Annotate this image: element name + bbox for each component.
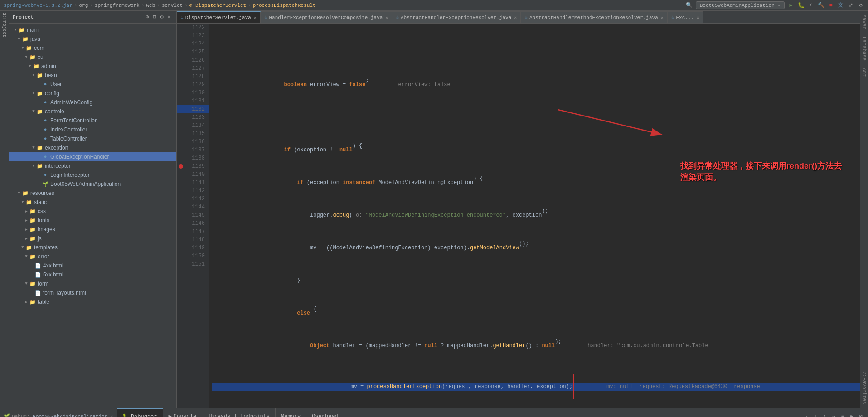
threads-label: Threads | Endpoints bbox=[208, 413, 270, 417]
tree-item-fonts[interactable]: ▶ 📁 fonts bbox=[9, 216, 176, 225]
tree-item-user[interactable]: ● User bbox=[9, 80, 176, 89]
tree-item-indexcontroller[interactable]: ● IndexController bbox=[9, 125, 176, 134]
favorites-panel[interactable]: 2:Favorites bbox=[860, 368, 868, 408]
close-tab-icon[interactable]: ✕ bbox=[661, 15, 664, 20]
fullscreen-icon[interactable]: ⤢ bbox=[847, 2, 854, 9]
breadcrumb-web[interactable]: web bbox=[146, 3, 155, 8]
debug-tabs: 🌱 Debug: Boot05WebAdminApplication ✕ 🐛 D… bbox=[0, 408, 344, 417]
tree-item-main[interactable]: ▼ 📁 main bbox=[9, 25, 176, 34]
database-panel[interactable]: Database bbox=[860, 33, 868, 64]
variables-icon[interactable]: ⊠ bbox=[857, 413, 864, 417]
breadcrumb-class[interactable]: ⊙ DispatcherServlet bbox=[189, 2, 246, 8]
tree-item-5xx[interactable]: 📄 5xx.html bbox=[9, 270, 176, 279]
breadcrumb-jar[interactable]: spring-webmvc-5.3.2.jar bbox=[4, 3, 73, 8]
tab-debugger[interactable]: 🐛 Debugger bbox=[117, 408, 163, 417]
tree-item-resources[interactable]: ▼ 📁 resources bbox=[9, 189, 176, 198]
step-out-icon[interactable]: ↑ bbox=[821, 413, 828, 417]
run-config-selector[interactable]: Boot05WebAdminApplication ▾ bbox=[696, 1, 785, 9]
tab-abstracthandlermethodexceptionresolver[interactable]: ☕ AbstractHandlerMethodExceptionResolver… bbox=[521, 11, 668, 23]
tab-label: DispatcherServlet.java bbox=[185, 15, 251, 20]
breadcrumb-springframework[interactable]: springframework bbox=[95, 3, 140, 8]
close-tab-icon[interactable]: ✕ bbox=[254, 15, 257, 20]
code-line-1130: else { bbox=[212, 309, 860, 317]
project-icon[interactable]: 1:Project bbox=[0, 11, 9, 39]
java-tab-icon: ☕ bbox=[180, 15, 184, 21]
run-to-cursor-icon[interactable]: ⇒ bbox=[830, 413, 837, 417]
close-tree-icon[interactable]: ✕ bbox=[165, 14, 173, 21]
tree-item-exception[interactable]: ▼ 📁 exception bbox=[9, 143, 176, 152]
settings-tree-icon[interactable]: ⚙ bbox=[158, 14, 165, 21]
java-class-icon: ● bbox=[42, 126, 49, 133]
tab-label: AbstractHandlerExceptionResolver.java bbox=[401, 15, 511, 20]
project-tree: ▼ 📁 main ▼ 📁 java ▼ 📁 com ▼ 📁 xu bbox=[9, 24, 176, 408]
tab-threads[interactable]: Threads | Endpoints bbox=[202, 408, 276, 417]
folder-icon: 📁 bbox=[29, 298, 36, 305]
tree-item-table[interactable]: ▶ 📁 table bbox=[9, 297, 176, 306]
tree-item-interceptor[interactable]: ▼ 📁 interceptor bbox=[9, 161, 176, 170]
close-tab-icon[interactable]: ✕ bbox=[514, 15, 517, 20]
settings-icon[interactable]: ⚙ bbox=[857, 2, 864, 9]
step-over-icon[interactable]: ↙ bbox=[803, 413, 810, 417]
tree-item-bootapp[interactable]: 🌱 Boot05WebAdminApplication bbox=[9, 179, 176, 189]
code-line-1127: logger.debug( o: "ModelAndViewDefiningEx… bbox=[212, 211, 860, 219]
tree-item-logininterceptor[interactable]: ● LoginInterceptor bbox=[9, 170, 176, 179]
tree-item-form-layouts[interactable]: 📄 form_layouts.html bbox=[9, 288, 176, 297]
frames-icon[interactable]: ⊞ bbox=[848, 413, 855, 417]
java-tab-icon: ☕ bbox=[671, 15, 674, 20]
tree-item-config[interactable]: ▼ 📁 config bbox=[9, 89, 176, 98]
tab-exc[interactable]: ☕ Exc... ✕ bbox=[668, 11, 703, 23]
code-line-1128: mv = ((ModelAndViewDefiningException) ex… bbox=[212, 244, 860, 252]
tree-item-com[interactable]: ▼ 📁 com bbox=[9, 44, 176, 53]
tree-item-controle[interactable]: ▼ 📁 controle bbox=[9, 107, 176, 116]
editor-tabs: ☕ DispatcherServlet.java ✕ ☕ HandlerExce… bbox=[177, 11, 860, 24]
translate-icon[interactable]: 文 bbox=[837, 2, 844, 9]
tree-item-java[interactable]: ▼ 📁 java bbox=[9, 34, 176, 44]
profile-icon[interactable]: ⚡ bbox=[807, 2, 815, 9]
tree-item-tablecontroller[interactable]: ● TableController bbox=[9, 134, 176, 143]
stop-icon[interactable]: ■ bbox=[827, 2, 834, 9]
tab-handlerexceptionresolvercomposite[interactable]: ☕ HandlerExceptionResolverComposite.java… bbox=[261, 11, 393, 23]
tree-item-static[interactable]: ▼ 📁 static bbox=[9, 198, 176, 207]
html-icon: 📄 bbox=[34, 262, 42, 269]
maven-panel[interactable]: Maven bbox=[860, 11, 868, 33]
breadcrumb-servlet[interactable]: servlet bbox=[162, 3, 183, 8]
tree-item-bean[interactable]: ▼ 📁 bean bbox=[9, 71, 176, 80]
close-debug-icon[interactable]: ✕ bbox=[111, 414, 113, 417]
close-tab-icon[interactable]: ✕ bbox=[697, 15, 699, 20]
overhead-label: Overhead bbox=[312, 413, 338, 417]
step-into-icon[interactable]: ↓ bbox=[812, 413, 819, 417]
tab-console[interactable]: ▶ Console bbox=[163, 408, 203, 417]
tree-item-globalexceptionhandler[interactable]: ● GlobalExceptionHandler bbox=[9, 152, 176, 161]
breadcrumb-method[interactable]: processDispatchResult bbox=[253, 3, 316, 8]
tree-item-formtestcontroller[interactable]: ● FormTestController bbox=[9, 116, 176, 125]
tree-item-xu[interactable]: ▼ 📁 xu bbox=[9, 53, 176, 62]
tree-item-error[interactable]: ▼ 📁 error bbox=[9, 252, 176, 261]
tree-item-templates[interactable]: ▼ 📁 templates bbox=[9, 243, 176, 252]
java-class-icon: ● bbox=[42, 81, 49, 88]
debug-icon[interactable]: 🐛 bbox=[797, 2, 805, 9]
folder-icon: 📁 bbox=[18, 26, 25, 34]
tree-item-form[interactable]: ▼ 📁 form bbox=[9, 279, 176, 288]
evaluate-icon[interactable]: ≡ bbox=[839, 413, 846, 417]
top-bar: spring-webmvc-5.3.2.jar › org › springfr… bbox=[0, 0, 868, 11]
ant-panel[interactable]: Ant bbox=[860, 64, 868, 81]
tab-memory[interactable]: Memory bbox=[276, 408, 306, 417]
tree-item-adminwebconfig[interactable]: ● AdminWebConfig bbox=[9, 98, 176, 107]
search-everywhere-icon[interactable]: 🔍 bbox=[686, 2, 693, 9]
add-icon[interactable]: ⊕ bbox=[144, 14, 151, 21]
tab-abstracthandlerexceptionresolver[interactable]: ☕ AbstractHandlerExceptionResolver.java … bbox=[392, 11, 521, 23]
collapse-all-icon[interactable]: ⊟ bbox=[151, 14, 158, 21]
tab-overhead[interactable]: Overhead bbox=[306, 408, 344, 417]
run-icon[interactable]: ▶ bbox=[787, 2, 795, 9]
tree-item-4xx[interactable]: 📄 4xx.html bbox=[9, 261, 176, 270]
tree-item-admin[interactable]: ▼ 📁 admin bbox=[9, 62, 176, 71]
folder-icon: 📁 bbox=[29, 280, 36, 287]
tree-item-js[interactable]: ▶ 📁 js bbox=[9, 234, 176, 243]
tree-item-css[interactable]: ▶ 📁 css bbox=[9, 207, 176, 216]
close-tab-icon[interactable]: ✕ bbox=[385, 15, 388, 20]
build-icon[interactable]: 🔨 bbox=[817, 2, 824, 9]
breadcrumb-org[interactable]: org bbox=[79, 3, 88, 8]
tree-item-images[interactable]: ▶ 📁 images bbox=[9, 225, 176, 234]
tab-dispatcherservlet[interactable]: ☕ DispatcherServlet.java ✕ bbox=[177, 11, 261, 23]
code-content[interactable]: boolean errorView = false; errorView: fa… bbox=[209, 24, 860, 408]
